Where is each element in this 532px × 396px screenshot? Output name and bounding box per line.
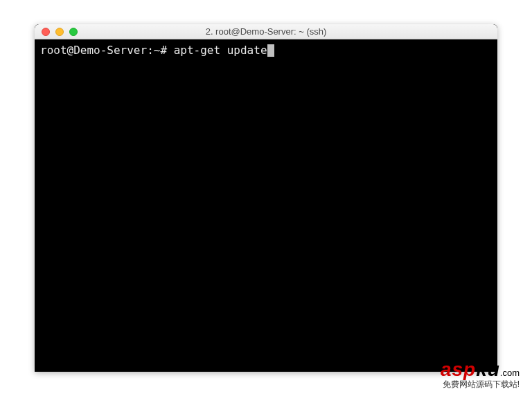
window-title: 2. root@Demo-Server: ~ (ssh): [35, 26, 497, 37]
minimize-icon[interactable]: [55, 28, 64, 36]
maximize-icon[interactable]: [69, 28, 78, 36]
close-icon[interactable]: [42, 28, 50, 36]
watermark-tld: .com: [500, 368, 520, 378]
watermark-subtitle: 免费网站源码下载站!: [441, 379, 520, 390]
terminal-line: root@Demo-Server:~# apt-get update: [40, 44, 492, 58]
terminal-window: 2. root@Demo-Server: ~ (ssh) root@Demo-S…: [35, 24, 497, 372]
cursor-icon: [267, 44, 274, 57]
traffic-lights: [35, 28, 78, 36]
terminal-body[interactable]: root@Demo-Server:~# apt-get update: [35, 39, 497, 372]
title-bar[interactable]: 2. root@Demo-Server: ~ (ssh): [35, 24, 497, 39]
command-text: apt-get update: [174, 44, 267, 58]
prompt: root@Demo-Server:~#: [40, 44, 174, 58]
